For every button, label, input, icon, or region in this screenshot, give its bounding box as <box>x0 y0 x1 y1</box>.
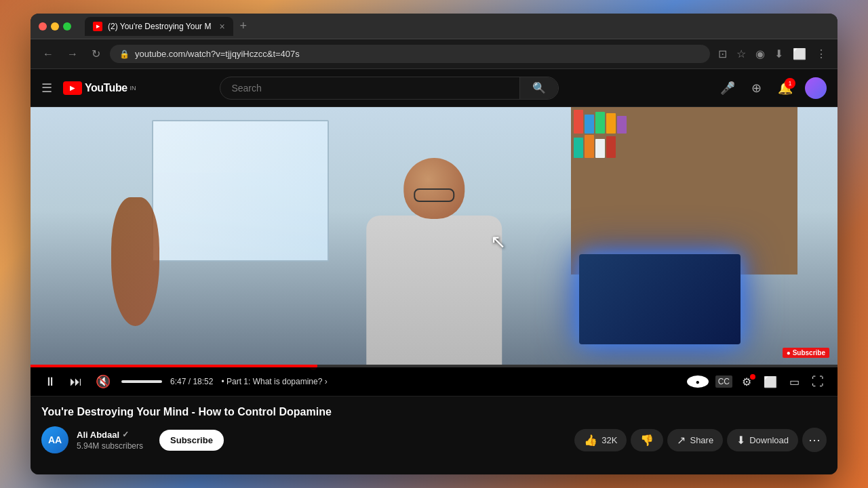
like-button[interactable]: 👍 32K <box>574 429 627 451</box>
search-bar: 🔍 <box>220 77 559 100</box>
user-avatar[interactable] <box>805 77 827 99</box>
hamburger-menu[interactable]: ☰ <box>41 81 52 96</box>
play-pause-button[interactable]: ⏸ <box>41 373 59 390</box>
back-button[interactable]: ← <box>39 45 58 63</box>
forward-button[interactable]: → <box>63 45 82 63</box>
menu-icon[interactable]: ⋮ <box>813 45 829 63</box>
fullscreen-button[interactable]: ⛶ <box>809 373 827 390</box>
profile-icon[interactable]: ◉ <box>753 45 768 63</box>
channel-info: Ali Abdaal ✓ 5.94M subscribers <box>77 430 143 451</box>
channel-row: AA Ali Abdaal ✓ 5.94M subscribers Subscr… <box>41 426 827 453</box>
title-bar: (2) You're Destroying Your M × + <box>31 14 837 39</box>
microphone-icon[interactable]: 🎤 <box>716 77 739 100</box>
share-icon: ↗ <box>677 434 686 447</box>
like-count: 32K <box>601 435 617 445</box>
current-time: 6:47 <box>170 377 186 386</box>
controls-right: ● CC ⚙ ⬜ ▭ ⛶ <box>687 373 827 390</box>
book <box>585 115 594 134</box>
like-icon: 👍 <box>584 434 597 447</box>
next-button[interactable]: ⏭ <box>67 373 85 390</box>
address-bar: ← → ↻ 🔒 youtube.com/watch?v=tjjqyiHczcc&… <box>31 39 837 69</box>
book <box>574 110 583 134</box>
video-info: You're Destroying Your Mind - How to Con… <box>31 396 837 463</box>
browser-window: (2) You're Destroying Your M × + ← → ↻ 🔒… <box>31 14 837 474</box>
person-body <box>366 216 502 365</box>
share-button[interactable]: ↗ Share <box>667 429 723 451</box>
video-title: You're Destroying Your Mind - How to Con… <box>41 406 827 418</box>
cast-icon[interactable]: ⊡ <box>715 45 730 63</box>
channel-name-text: Ali Abdaal <box>77 430 119 440</box>
person-head <box>403 158 465 219</box>
volume-button[interactable]: 🔇 <box>93 373 113 390</box>
channel-name[interactable]: Ali Abdaal ✓ <box>77 430 143 440</box>
download-browser-icon[interactable]: ⬇ <box>772 45 786 63</box>
share-label: Share <box>690 435 713 445</box>
shelf-row-1 <box>574 110 794 134</box>
subscribe-watermark[interactable]: ● Subscribe <box>783 348 829 358</box>
tab-favicon <box>93 22 102 31</box>
action-buttons: 👍 32K 👎 ↗ Share ⬇ Download <box>574 428 827 452</box>
tab-area: (2) You're Destroying Your M × + <box>85 17 829 36</box>
youtube-logo[interactable]: ▶ YouTubeIN <box>63 81 136 95</box>
refresh-button[interactable]: ↻ <box>87 45 104 63</box>
search-button[interactable]: 🔍 <box>519 77 558 99</box>
youtube-country-badge: IN <box>130 85 136 92</box>
video-background <box>31 107 837 365</box>
address-actions: ⊡ ☆ ◉ ⬇ ⬜ ⋮ <box>715 45 829 63</box>
chapter-info[interactable]: • Part 1: What is dopamine? › <box>221 377 327 386</box>
channel-avatar-initials: AA <box>48 434 62 445</box>
book <box>606 113 616 134</box>
download-button[interactable]: ⬇ Download <box>727 429 798 451</box>
channel-avatar[interactable]: AA <box>41 426 68 453</box>
close-button[interactable] <box>39 22 47 30</box>
person-glasses <box>414 188 454 202</box>
notifications-button[interactable]: 🔔 1 <box>774 77 797 100</box>
create-icon[interactable]: ⊕ <box>747 77 766 100</box>
download-icon: ⬇ <box>736 434 745 447</box>
minimize-button[interactable] <box>51 22 59 30</box>
search-input[interactable] <box>220 77 519 99</box>
notifications-badge: 1 <box>785 78 795 89</box>
bookmark-icon[interactable]: ☆ <box>734 45 749 63</box>
autoplay-toggle[interactable]: ● <box>687 375 709 388</box>
youtube-main: ↖ ● Subscribe ⏸ ⏭ 🔇 6:47 / <box>31 107 837 474</box>
dislike-button[interactable]: 👎 <box>631 429 663 451</box>
maximize-button[interactable] <box>63 22 71 30</box>
chapter-name: Part 1: What is dopamine? <box>226 377 322 386</box>
book <box>617 116 627 134</box>
youtube-logo-text: YouTube <box>85 82 127 94</box>
tab-title: (2) You're Destroying Your M <box>108 22 211 31</box>
volume-slider[interactable] <box>121 380 162 383</box>
search-wrap: 🔍 <box>220 77 559 100</box>
video-section: ↖ ● Subscribe ⏸ ⏭ 🔇 6:47 / <box>31 107 837 396</box>
video-frame[interactable]: ↖ ● Subscribe <box>31 107 837 365</box>
settings-container: ⚙ <box>739 375 754 388</box>
tab-close-button[interactable]: × <box>219 21 224 32</box>
verified-badge: ✓ <box>122 430 129 439</box>
subscribe-button[interactable]: Subscribe <box>159 430 224 451</box>
dislike-icon: 👎 <box>640 434 654 447</box>
book <box>595 112 605 134</box>
download-label: Download <box>749 435 789 445</box>
youtube-logo-icon: ▶ <box>63 81 82 95</box>
channel-subscribers: 5.94M subscribers <box>77 441 143 451</box>
settings-badge <box>750 374 755 380</box>
chapter-chevron: › <box>325 377 328 386</box>
active-tab[interactable]: (2) You're Destroying Your M × <box>85 17 233 36</box>
person-element <box>252 146 616 365</box>
chapter-separator: • <box>221 377 226 386</box>
miniplayer-button[interactable]: ⬜ <box>761 374 780 390</box>
youtube-header: ☰ ▶ YouTubeIN 🔍 🎤 ⊕ 🔔 1 <box>31 69 837 107</box>
more-actions-button[interactable]: ⋯ <box>802 428 827 452</box>
url-text: youtube.com/watch?v=tjjqyiHczcc&t=407s <box>135 49 300 59</box>
traffic-lights <box>39 22 71 30</box>
new-tab-button[interactable]: + <box>236 18 252 35</box>
header-right: 🎤 ⊕ 🔔 1 <box>716 77 827 100</box>
extensions-icon[interactable]: ⬜ <box>790 45 809 63</box>
subtitles-button[interactable]: CC <box>715 375 732 388</box>
guitar-element <box>111 197 159 326</box>
youtube-container: ☰ ▶ YouTubeIN 🔍 🎤 ⊕ 🔔 1 <box>31 69 837 474</box>
url-bar[interactable]: 🔒 youtube.com/watch?v=tjjqyiHczcc&t=407s <box>110 45 710 63</box>
lock-icon: 🔒 <box>119 49 130 59</box>
theater-button[interactable]: ▭ <box>787 374 802 390</box>
